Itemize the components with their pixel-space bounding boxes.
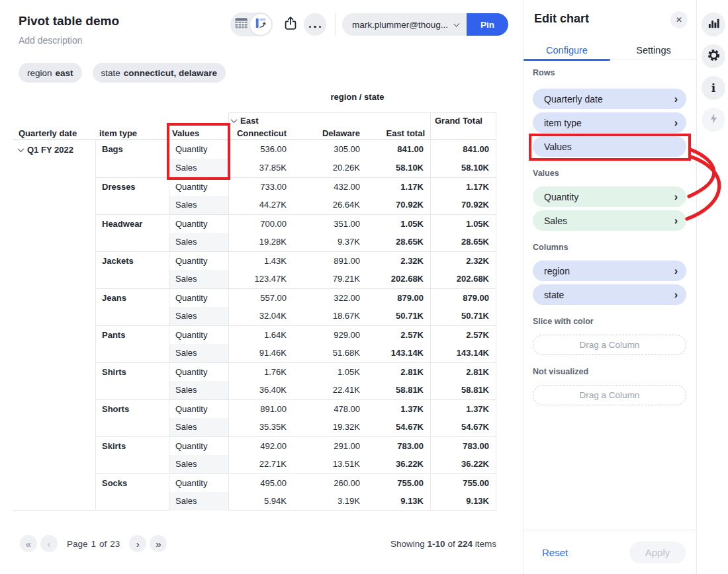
pivot-data-cell: 755.00 [430,473,496,492]
filter-chip-state[interactable]: stateconnecticut, delaware [93,63,226,83]
close-panel-button[interactable]: ✕ [670,11,688,28]
pivot-data-cell: 2.57K [367,325,430,344]
row-header-values: Values [172,128,199,138]
share-button[interactable] [280,14,301,35]
user-dropdown[interactable]: mark.plummer@thoug... [342,13,467,36]
pivot-data-cell: 36.22K [430,455,496,473]
total-pages: 23 [110,539,120,549]
pivot-data-cell: 1.37K [367,399,430,418]
pivot-data-cell: 2.32K [367,251,430,270]
pivot-data-cell: 79.21K [293,270,367,288]
pivot-data-cell: 783.00 [430,436,496,455]
chip-quantity[interactable]: Quantity› [533,186,686,207]
settings-rail-button[interactable] [702,44,725,68]
chevron-right-icon: › [136,538,140,550]
item-type-cell: Dresses [96,177,169,214]
chip-quarterly-date[interactable]: Quarterly date› [533,89,686,109]
chevron-right-icon: › [674,118,678,128]
grand-total-header: Grand Total [435,116,482,126]
chart-rail-button[interactable] [702,13,725,36]
chip-values[interactable]: Values [533,136,686,157]
chip-sales[interactable]: Sales› [533,210,686,231]
item-type-cell: Shorts [96,399,169,436]
spotiq-rail-button[interactable] [702,108,725,132]
table-view-button[interactable] [230,18,251,31]
pivot-data-cell: 2.81K [430,362,496,381]
close-icon: ✕ [676,15,682,24]
pivot-data-cell: 2.57K [430,325,496,344]
value-label-cell: Sales [169,196,228,214]
value-label-cell: Sales [169,492,228,511]
filter-value: connecticut, delaware [124,68,217,78]
pivot-data-cell: 1.17K [367,177,430,196]
filter-chip-region[interactable]: regioneast [19,63,82,83]
first-page-button[interactable]: « [20,535,37,552]
right-icon-rail: i [696,0,728,574]
value-label-cell: Quantity [169,399,228,418]
pivot-data-cell: 37.85K [228,159,293,177]
pivot-data-cell: 19.28K [228,233,293,251]
not-visualized-dropzone[interactable]: Drag a Column [533,385,686,405]
value-label-cell: Sales [169,418,228,436]
add-description-placeholder[interactable]: Add description [19,35,83,46]
chevron-right-icon: › [674,266,678,276]
info-rail-button[interactable]: i [702,76,725,100]
pivot-data-cell: 891.00 [228,399,293,418]
values-section-label: Values [533,169,686,179]
chip-item-type[interactable]: item type› [533,112,686,133]
pivot-data-cell: 28.65K [430,233,496,251]
previous-page-button[interactable]: ‹ [40,535,58,552]
pivot-data-cell: 58.10K [430,159,496,177]
chevron-down-icon [453,20,459,26]
next-page-button[interactable]: › [129,535,146,552]
pivot-data-cell: 202.68K [430,270,496,288]
panel-tabs: Configure Settings [523,41,697,60]
pivot-data-cell: 54.67K [367,418,430,436]
col-header-connecticut: Connecticut [228,128,287,138]
chip-state[interactable]: state› [533,284,686,305]
last-page-button[interactable]: » [150,535,167,552]
apply-button[interactable]: Apply [629,542,686,563]
info-icon: i [711,81,715,95]
pivot-data-cell: 733.00 [228,177,293,196]
pivot-body: Q1 FY 2022BagsQuantity536.00305.00841.00… [13,140,496,511]
item-type-cell: Pants [96,325,169,362]
pivot-data-cell: 123.47K [228,270,293,288]
tab-settings[interactable]: Settings [610,41,697,60]
pivot-data-cell: 536.00 [228,140,293,159]
pivot-data-cell: 58.81K [367,381,430,399]
chip-region[interactable]: region› [533,261,686,281]
pivot-data-cell: 19.32K [293,418,367,436]
pin-button[interactable]: Pin [467,13,508,36]
chevron-down-icon [231,116,238,123]
column-group-east[interactable]: East [232,116,258,126]
pivot-data-cell: 1.05K [293,362,367,381]
pivot-data-cell: 32.04K [228,307,293,325]
chevron-right-icon: › [674,192,678,202]
value-label-cell: Sales [169,344,228,362]
quarter-row-header[interactable]: Q1 FY 2022 [13,140,96,511]
active-tab-underline [523,59,610,61]
value-label-cell: Quantity [169,177,228,196]
reset-button[interactable]: Reset [542,547,568,558]
pivot-data-cell: 495.00 [228,473,293,492]
row-header-quarterly-date: Quarterly date [19,128,77,138]
value-label-cell: Quantity [169,288,228,307]
pivot-icon [255,17,267,32]
more-options-button[interactable] [304,13,326,36]
pivot-data-cell: 28.65K [367,233,430,251]
pivot-data-cell: 9.13K [367,492,430,511]
double-chevron-left-icon: « [26,538,31,550]
slice-with-color-dropzone[interactable]: Drag a Column [533,335,686,355]
panel-title: Edit chart [534,12,589,26]
value-label-cell: Sales [169,381,228,399]
value-label-cell: Quantity [169,325,228,344]
pivot-data-cell: 5.94K [228,492,293,511]
pivot-data-cell: 50.71K [367,307,430,325]
chip-label: Quantity [544,192,578,202]
row-header-item-type: item type [99,128,137,138]
chevron-right-icon: › [674,94,678,104]
tab-configure[interactable]: Configure [523,41,610,60]
pivot-view-button[interactable] [250,14,271,35]
pagination: « ‹ Page 1 of 23 › » [20,535,167,552]
